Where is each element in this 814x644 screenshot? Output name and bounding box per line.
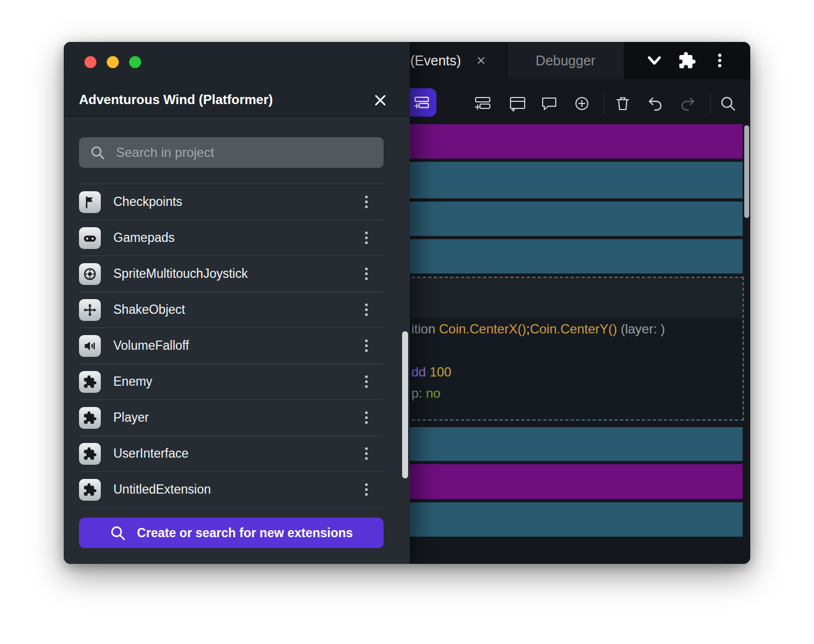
event-action-text: p: no [411, 386, 440, 401]
item-menu-icon[interactable] [361, 299, 372, 321]
puzzle-icon [79, 443, 101, 465]
event-action-text: ition Coin.CenterX();Coin.CenterY() (lay… [411, 321, 665, 337]
trash-icon[interactable] [614, 95, 631, 112]
redo-icon[interactable] [679, 95, 696, 112]
add-comment-icon[interactable] [540, 95, 558, 112]
tab-debugger[interactable]: Debugger [506, 42, 624, 79]
item-menu-icon[interactable] [361, 443, 372, 465]
joystick-icon [79, 263, 101, 285]
item-menu-icon[interactable] [361, 371, 372, 393]
list-item-checkpoints[interactable]: Checkpoints [79, 184, 384, 220]
window-topbar-actions [624, 42, 750, 79]
create-extension-label: Create or search for new extensions [137, 526, 353, 540]
circle-plus-icon[interactable] [573, 95, 591, 112]
tab-events-label: (Events) [410, 53, 461, 69]
flag-icon [79, 191, 101, 213]
toolbar-divider [604, 93, 604, 114]
create-extension-button[interactable]: Create or search for new extensions [79, 518, 384, 548]
item-menu-icon[interactable] [361, 335, 372, 357]
list-item-userinterface[interactable]: UserInterface [79, 435, 384, 471]
search-input[interactable] [116, 145, 373, 160]
list-item-gamepads[interactable]: Gamepads [79, 220, 384, 256]
list-item-spritemultitouchjoystick[interactable]: SpriteMultitouchJoystick [79, 256, 384, 291]
puzzle-icon [79, 371, 101, 393]
list-item-untitledextension[interactable]: UntitledExtension [79, 471, 384, 507]
add-subevent-icon[interactable] [474, 95, 491, 112]
window-controls [84, 56, 141, 68]
puzzle-icon [79, 407, 101, 429]
modal-header: Adventurous Wind (Platformer) [64, 42, 410, 117]
search-icon [90, 145, 105, 160]
item-menu-icon[interactable] [361, 227, 372, 249]
kebab-menu-icon[interactable] [710, 51, 729, 70]
zoom-window-button[interactable] [129, 56, 141, 68]
add-other-event-icon[interactable] [509, 95, 526, 112]
toolbar-divider [710, 93, 710, 114]
search-icon [110, 525, 126, 541]
close-dialog-icon[interactable] [370, 90, 390, 110]
tab-close-icon[interactable] [475, 54, 487, 66]
search-events-icon[interactable] [719, 95, 737, 112]
chevron-down-icon[interactable] [645, 51, 664, 70]
list-item-label: Player [113, 410, 348, 425]
list-item-label: UntitledExtension [113, 482, 348, 497]
extension-list: Checkpoints Gamepads [79, 184, 384, 508]
gamepad-icon [79, 227, 101, 249]
list-item-label: Gamepads [113, 230, 348, 245]
extensions-puzzle-icon[interactable] [678, 51, 696, 70]
list-item-label: VolumeFalloff [113, 338, 348, 353]
list-item-label: Checkpoints [113, 195, 348, 209]
list-item-label: Enemy [113, 374, 348, 389]
list-item-enemy[interactable]: Enemy [79, 363, 384, 399]
item-menu-icon[interactable] [361, 407, 372, 429]
close-window-button[interactable] [84, 56, 96, 68]
item-menu-icon[interactable] [361, 479, 372, 501]
dialog-title: Adventurous Wind (Platformer) [79, 92, 273, 107]
tab-debugger-label: Debugger [536, 53, 596, 69]
speaker-icon [79, 335, 101, 357]
list-item-volumefalloff[interactable]: VolumeFalloff [79, 327, 384, 363]
item-menu-icon[interactable] [361, 191, 372, 213]
gdevelop-window: (Events) Debugger [64, 42, 750, 564]
undo-icon[interactable] [647, 95, 664, 112]
puzzle-icon [79, 479, 101, 501]
project-search [79, 137, 384, 168]
list-item-label: SpriteMultitouchJoystick [113, 266, 348, 281]
item-menu-icon[interactable] [361, 263, 372, 285]
list-item-label: UserInterface [113, 446, 348, 461]
minimize-window-button[interactable] [107, 56, 119, 68]
list-item-player[interactable]: Player [79, 399, 384, 435]
editor-scrollbar[interactable] [744, 125, 749, 218]
event-action-text: dd 100 [411, 364, 451, 380]
extensions-dialog: Adventurous Wind (Platformer) Chec [64, 42, 410, 564]
modal-scrollbar[interactable] [402, 331, 408, 478]
list-item-label: ShakeObject [113, 302, 348, 317]
move-arrows-icon [79, 299, 101, 321]
list-item-shakeobject[interactable]: ShakeObject [79, 291, 384, 327]
